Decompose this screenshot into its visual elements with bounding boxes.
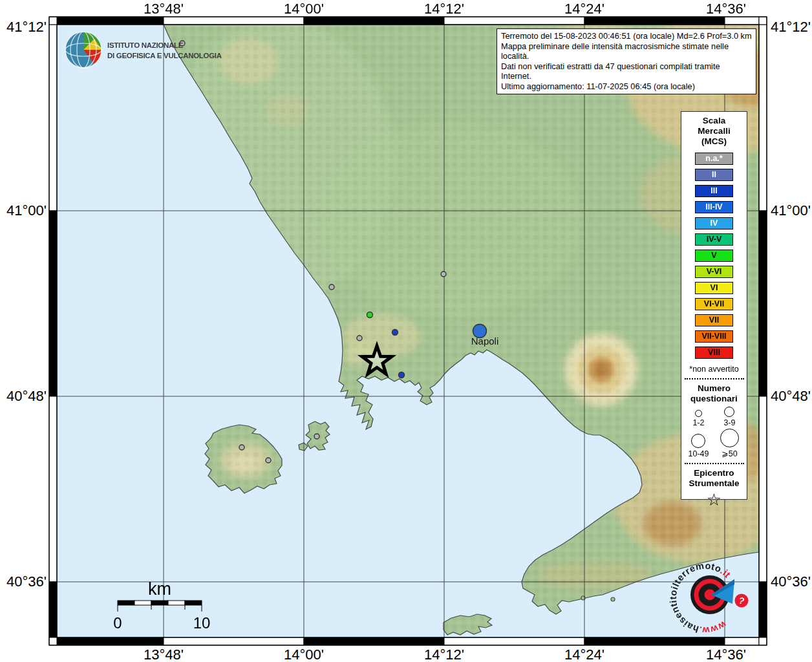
mcs-item-vivii: VI-VII	[695, 298, 733, 310]
legend-title: Scala Mercalli (MCS)	[698, 116, 730, 147]
intensity-point	[314, 434, 319, 439]
axis-tick-bottom: 13°48'	[144, 646, 184, 662]
questionnaire-size: 10-49	[689, 434, 709, 458]
mcs-scale-items: n.a.*IIIIIIII-IVIVIV-VVV-VIVIVI-VIIVIIVI…	[695, 153, 733, 359]
mcs-item-iv: IV	[695, 217, 733, 230]
axis-tick-bottom: 14°00'	[284, 646, 324, 662]
intensity-point	[392, 330, 398, 336]
info-line-1: Terremoto del 15-08-2023 00:46:51 (ora l…	[501, 31, 752, 41]
size-label: 1-2	[692, 418, 704, 427]
questionnaire-size: 1-2	[692, 410, 704, 427]
info-line-2: Mappa preliminare delle intensità macros…	[501, 41, 752, 61]
mcs-item-vi: VI	[695, 282, 733, 294]
axis-tick-left: 40°36'	[0, 573, 47, 590]
scale-bar-start: 0	[113, 614, 122, 632]
intensity-point	[367, 312, 373, 318]
city-label: Napoli	[471, 336, 499, 347]
mcs-item-vii: VII	[695, 314, 733, 326]
legend-footnote: *non avvertito	[689, 365, 738, 374]
info-line-4: Ultimo aggiornamento: 11-07-2025 06:45 (…	[501, 81, 752, 92]
axis-tick-top: 13°48'	[144, 1, 184, 17]
epicenter-star-icon: ☆	[707, 491, 721, 508]
axis-tick-left: 41°00'	[0, 202, 47, 219]
intensity-point	[357, 336, 362, 341]
questionnaire-size: ⩾50	[720, 429, 739, 458]
axis-tick-right: 41°00'	[771, 202, 811, 219]
size-label: 10-49	[689, 449, 709, 458]
earthquake-info-box: Terremoto del 15-08-2023 00:46:51 (ora l…	[497, 28, 756, 94]
intensity-point	[239, 445, 244, 450]
ingv-name-line2: DI GEOFISICA E VULCANOLOGIA	[107, 52, 222, 59]
ingv-name-line1: ISTITUTO NAZIONALE	[107, 41, 184, 49]
divider	[685, 378, 744, 379]
divider	[685, 463, 744, 464]
axis-tick-top: 14°24'	[564, 1, 604, 17]
size-circle-icon	[724, 407, 734, 417]
axis-tick-top: 14°00'	[284, 1, 324, 17]
epicenter-title: Epicentro Strumentale	[689, 468, 739, 489]
legend-panel: Scala Mercalli (MCS) n.a.*IIIIIIII-IVIVI…	[681, 111, 747, 500]
intensity-point	[441, 272, 446, 277]
size-label: 3-9	[723, 418, 735, 427]
size-label: ⩾50	[721, 449, 737, 458]
questionnaire-sizes: 1-23-910-49⩾50	[683, 407, 745, 458]
axis-tick-bottom: 14°12'	[424, 646, 464, 662]
size-circle-icon	[720, 429, 739, 447]
axis-tick-right: 40°36'	[771, 573, 811, 590]
size-circle-icon	[691, 434, 705, 448]
intensity-point	[329, 284, 334, 290]
scale-bar-end: 10	[193, 614, 211, 632]
mcs-item-v: V	[695, 250, 733, 262]
axis-tick-left: 40°48'	[0, 388, 47, 405]
axis-tick-bottom: 14°24'	[564, 646, 604, 662]
info-line-3: Dati non verificati estratti da 47 quest…	[501, 61, 752, 81]
questionnaire-size: 3-9	[723, 407, 735, 427]
mcs-item-viii: VIII	[695, 347, 733, 359]
mcs-item-vvi: V-VI	[695, 266, 733, 278]
size-circle-icon	[695, 410, 702, 417]
axis-tick-right: 40°48'	[771, 388, 811, 405]
axis-tick-bottom: 14°36'	[706, 646, 746, 662]
intensity-point	[266, 458, 271, 463]
axis-tick-left: 41°12'	[0, 19, 47, 36]
mcs-item-na: n.a.*	[695, 153, 733, 165]
mcs-item-viiviii: VII-VIII	[695, 330, 733, 343]
axis-tick-right: 41°12'	[771, 19, 811, 36]
mcs-item-iiiiv: III-IV	[695, 201, 733, 213]
mcs-item-ii: II	[695, 169, 733, 181]
axis-tick-top: 14°36'	[706, 1, 746, 17]
questionnaire-title: Numero questionari	[690, 383, 738, 404]
mcs-item-ivv: IV-V	[695, 233, 733, 246]
intensity-point	[399, 372, 405, 378]
mcs-item-iii: III	[695, 185, 733, 197]
axis-tick-top: 14°12'	[424, 1, 464, 17]
intensity-map-page: Napoli km 0 10	[0, 0, 812, 662]
scale-bar-unit: km	[148, 579, 171, 599]
